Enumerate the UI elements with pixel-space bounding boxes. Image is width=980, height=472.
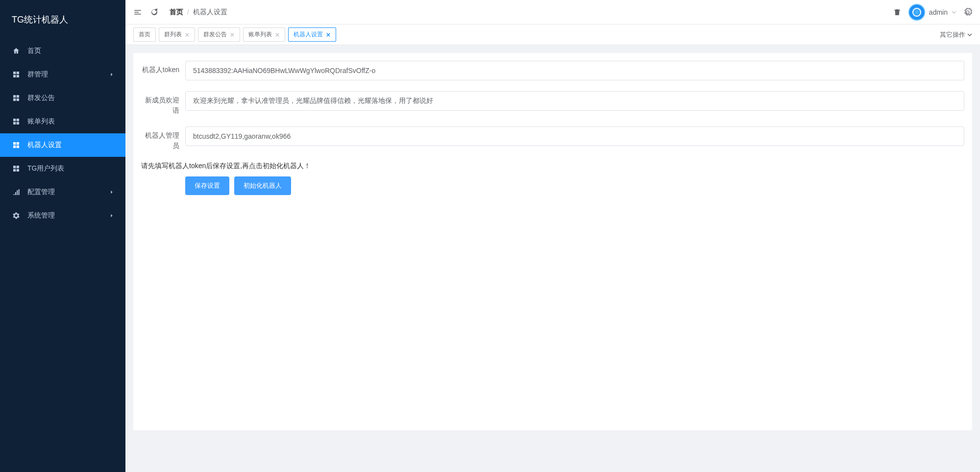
- tabs-actions-dropdown[interactable]: 其它操作: [940, 30, 972, 39]
- sidebar-item-label: 群管理: [27, 70, 110, 79]
- close-icon[interactable]: [326, 32, 331, 37]
- sidebar-item-2[interactable]: 群发公告: [0, 86, 125, 110]
- tabs: 首页群列表群发公告账单列表机器人设置: [133, 27, 336, 42]
- breadcrumb-current: 机器人设置: [193, 8, 227, 17]
- sidebar-item-1[interactable]: 群管理: [0, 63, 125, 86]
- gear-icon: [12, 211, 21, 220]
- tab-3[interactable]: 账单列表: [243, 27, 285, 42]
- save-button[interactable]: 保存设置: [185, 176, 229, 195]
- close-icon[interactable]: [275, 32, 280, 37]
- sidebar-item-label: 首页: [27, 47, 114, 55]
- chevron-right-icon: [110, 214, 114, 218]
- tabs-bar: 首页群列表群发公告账单列表机器人设置 其它操作: [125, 25, 980, 45]
- tab-label: 群发公告: [203, 30, 227, 39]
- settings-icon[interactable]: [963, 8, 972, 17]
- sidebar-item-label: 配置管理: [27, 188, 110, 197]
- tab-label: 机器人设置: [294, 30, 323, 39]
- tabs-actions-label: 其它操作: [940, 30, 965, 39]
- breadcrumb-sep: /: [187, 8, 189, 16]
- breadcrumb-home[interactable]: 首页: [170, 8, 183, 17]
- sidebar-item-6[interactable]: 配置管理: [0, 180, 125, 204]
- username: admin: [929, 8, 948, 16]
- grid-icon: [12, 117, 21, 126]
- tab-4[interactable]: 机器人设置: [288, 27, 336, 42]
- sidebar-menu: 首页群管理群发公告账单列表机器人设置TG用户列表配置管理系统管理: [0, 39, 125, 472]
- tab-label: 首页: [139, 30, 150, 39]
- chevron-right-icon: [110, 73, 114, 76]
- sidebar-item-label: 账单列表: [27, 117, 114, 126]
- tab-label: 群列表: [164, 30, 182, 39]
- close-icon[interactable]: [230, 32, 235, 37]
- sidebar-item-5[interactable]: TG用户列表: [0, 157, 125, 180]
- sidebar: TG统计机器人 首页群管理群发公告账单列表机器人设置TG用户列表配置管理系统管理: [0, 0, 125, 472]
- content-panel: 机器人token 新成员欢迎语 机器人管理员 请先填写机器人token后保存设置…: [133, 53, 972, 430]
- sidebar-item-3[interactable]: 账单列表: [0, 110, 125, 133]
- init-button[interactable]: 初始化机器人: [234, 176, 291, 195]
- chevron-right-icon: [110, 190, 114, 194]
- sidebar-item-label: 机器人设置: [27, 141, 114, 149]
- header: 首页 / 机器人设置 admin: [125, 0, 980, 25]
- sidebar-item-0[interactable]: 首页: [0, 39, 125, 63]
- help-text: 请先填写机器人token后保存设置,再点击初始化机器人！: [141, 162, 964, 171]
- tab-label: 账单列表: [248, 30, 272, 39]
- grid-icon: [12, 94, 21, 102]
- field-label-admins: 机器人管理员: [141, 126, 185, 151]
- sidebar-item-4[interactable]: 机器人设置: [0, 133, 125, 157]
- token-input[interactable]: [185, 61, 964, 80]
- welcome-input[interactable]: [185, 91, 964, 111]
- field-label-welcome: 新成员欢迎语: [141, 91, 185, 116]
- tab-0[interactable]: 首页: [133, 27, 156, 42]
- sidebar-item-7[interactable]: 系统管理: [0, 204, 125, 227]
- refresh-icon[interactable]: [150, 8, 159, 17]
- tab-1[interactable]: 群列表: [159, 27, 195, 42]
- trash-icon[interactable]: [893, 8, 902, 17]
- bars-icon: [12, 188, 21, 197]
- collapse-menu-icon[interactable]: [133, 8, 142, 17]
- app-logo[interactable]: TG统计机器人: [0, 0, 125, 39]
- user-dropdown[interactable]: admin: [908, 4, 956, 21]
- home-icon: [12, 47, 21, 55]
- grid-icon: [12, 164, 21, 173]
- breadcrumb: 首页 / 机器人设置: [170, 8, 227, 17]
- sidebar-item-label: 系统管理: [27, 211, 110, 220]
- tab-2[interactable]: 群发公告: [198, 27, 240, 42]
- close-icon[interactable]: [185, 32, 190, 37]
- grid-icon: [12, 70, 21, 79]
- chevron-down-icon: [952, 8, 956, 16]
- field-label-token: 机器人token: [141, 61, 185, 75]
- admins-input[interactable]: [185, 126, 964, 146]
- sidebar-item-label: 群发公告: [27, 94, 114, 102]
- sidebar-item-label: TG用户列表: [27, 164, 114, 173]
- grid-icon: [12, 141, 21, 149]
- app-title: TG统计机器人: [12, 14, 68, 25]
- avatar: [908, 4, 925, 21]
